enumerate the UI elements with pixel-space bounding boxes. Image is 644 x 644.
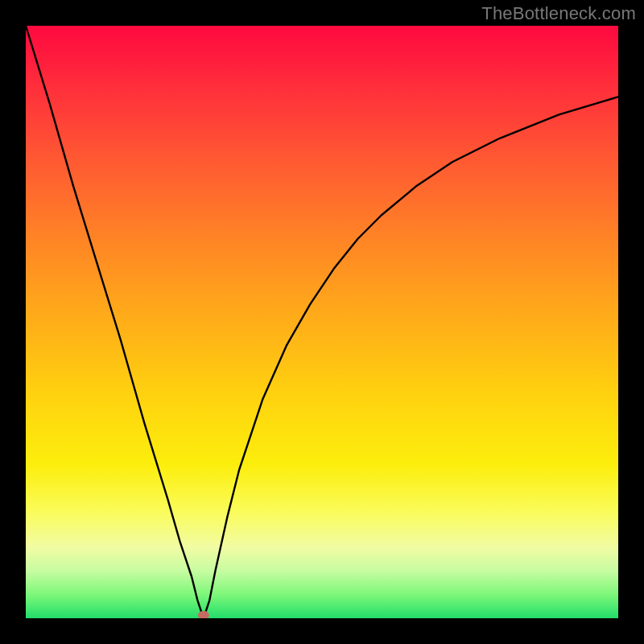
watermark-text: TheBottleneck.com [481,3,636,24]
curve-layer [26,26,618,618]
chart-frame: TheBottleneck.com [0,0,644,644]
minimum-marker [198,611,209,618]
bottleneck-curve [26,26,618,618]
plot-area [26,26,618,618]
